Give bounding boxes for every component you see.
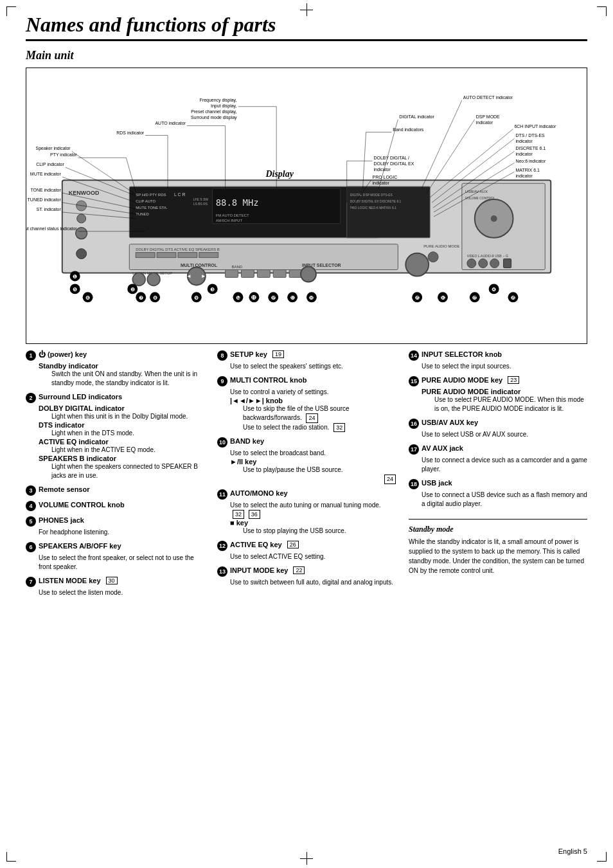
- desc-item-14: 14 INPUT SELECTOR knob Use to select the…: [409, 350, 587, 371]
- ref-15: 23: [508, 376, 519, 384]
- svg-text:indicator: indicator: [476, 120, 493, 125]
- title-8: SETUP key: [230, 350, 267, 358]
- desc-item-6: 6 SPEAKERS A/B/OFF key Use to select the…: [26, 542, 204, 572]
- svg-text:❼: ❼: [139, 295, 143, 301]
- title-4: VOLUME CONTROL knob: [39, 501, 125, 509]
- ref-11a: 32: [233, 510, 244, 520]
- subtitle-1a: Standby indicator: [39, 362, 204, 370]
- text-9a: Use to skip the file of the USB source b…: [243, 404, 396, 423]
- title-12: ACTIVE EQ key: [230, 541, 282, 548]
- device-diagram-svg: SP H/D PTY RDS CLIP AUTO MUTE TONE STA. …: [26, 68, 587, 343]
- svg-point-56: [132, 273, 145, 286]
- text-5: For headphone listening.: [39, 528, 204, 537]
- title-1: ⏻ (power) key: [39, 350, 87, 358]
- svg-text:Band indicators: Band indicators: [393, 127, 423, 132]
- svg-rect-54: [504, 259, 511, 268]
- text-10a: Use to play/pause the USB source.: [243, 466, 396, 475]
- svg-text:Display: Display: [265, 169, 294, 179]
- svg-text:❿: ❿: [236, 295, 240, 301]
- svg-text:PRO LOGIC  NEO-6  MATRIX 6.1: PRO LOGIC NEO-6 MATRIX 6.1: [350, 206, 396, 210]
- svg-text:❸: ❸: [210, 287, 215, 293]
- svg-text:⓲: ⓲: [511, 296, 515, 300]
- text-12: Use to select ACTIVE EQ setting.: [230, 552, 396, 561]
- svg-text:PTY indicator: PTY indicator: [50, 152, 77, 157]
- svg-text:|◄: |◄: [185, 273, 191, 279]
- svg-text:L  C  R: L C R: [174, 192, 186, 197]
- desc-item-8: 8 SETUP key 19 Use to select the speaker…: [217, 350, 396, 371]
- corner-mark-tl: [6, 6, 16, 16]
- circle-10: 10: [217, 437, 227, 448]
- svg-text:indicator: indicator: [515, 139, 533, 143]
- svg-text:DISCRETE 6.1: DISCRETE 6.1: [515, 146, 546, 150]
- circle-13: 13: [217, 566, 227, 577]
- text-10: Use to select the broadcast band.: [230, 449, 396, 458]
- svg-text:BAND: BAND: [232, 265, 243, 269]
- desc-col-1: 1 ⏻ (power) key Standby indicator Switch…: [26, 350, 204, 602]
- svg-text:DIGITAL  DSP MODE  DTS-ES: DIGITAL DSP MODE DTS-ES: [350, 194, 393, 197]
- svg-text:indicator: indicator: [373, 181, 390, 185]
- subtitle-15a: PURE AUDIO MODE indicator: [422, 388, 587, 395]
- circle-1: 1: [26, 350, 36, 361]
- svg-text:MUTE TONE STA.: MUTE TONE STA.: [136, 206, 168, 210]
- svg-point-51: [467, 259, 476, 268]
- svg-text:DTS / DTS-ES: DTS / DTS-ES: [515, 133, 545, 138]
- text-11: Use to select the auto tuning or manual …: [230, 501, 396, 520]
- svg-text:LS  BS  RS: LS BS RS: [193, 203, 208, 206]
- svg-text:CLIP  AUTO: CLIP AUTO: [136, 199, 155, 203]
- desc-item-18: 18 USB jack Use to connect a USB device …: [409, 479, 587, 509]
- ref-13: 22: [293, 566, 305, 574]
- text-14: Use to select the input sources.: [422, 362, 587, 371]
- circle-12: 12: [217, 541, 227, 551]
- text-2d: Light when the speakers connected to SPE…: [51, 462, 204, 480]
- circle-2: 2: [26, 393, 36, 403]
- svg-text:Input display,: Input display,: [211, 104, 237, 109]
- title-7: LISTEN MODE key: [39, 577, 101, 584]
- svg-text:88.8 MHz: 88.8 MHz: [216, 197, 259, 208]
- svg-rect-26: [178, 253, 197, 258]
- svg-text:❺: ❺: [73, 287, 77, 293]
- svg-text:⓱: ⓱: [472, 296, 477, 300]
- subtitle-11a: ■ key: [230, 519, 396, 527]
- svg-text:⓭: ⓭: [290, 296, 295, 300]
- svg-text:⓰: ⓰: [441, 296, 445, 300]
- crosshair-top: [300, 3, 313, 16]
- subtitle-2b: DTS indicator: [39, 421, 204, 429]
- svg-point-49: [491, 215, 497, 222]
- circle-11: 11: [217, 489, 227, 500]
- text-1: Switch the unit ON and standby. When the…: [51, 370, 204, 388]
- ref-9a1: 24: [306, 413, 317, 423]
- desc-col-2: 8 SETUP key 19 Use to select the speaker…: [217, 350, 396, 602]
- circle-3: 3: [26, 485, 36, 496]
- svg-text:MATRIX 6.1: MATRIX 6.1: [515, 168, 539, 172]
- standby-text: While the standby indicator is lit, a sm…: [409, 537, 587, 575]
- svg-text:DSP MODE: DSP MODE: [476, 114, 500, 119]
- svg-text:Frequency display,: Frequency display,: [200, 98, 237, 103]
- svg-text:❻: ❻: [85, 295, 90, 301]
- svg-text:ST. indicator: ST. indicator: [37, 207, 62, 212]
- title-16: USB/AV AUX key: [422, 419, 478, 426]
- circle-15: 15: [409, 376, 419, 386]
- page: Names and functions of parts Main unit S…: [0, 0, 613, 868]
- text-15: Use to select PURE AUDIO MODE. When this…: [434, 395, 587, 413]
- svg-text:LFE  S  SW: LFE S SW: [193, 198, 209, 201]
- desc-item-12: 12 ACTIVE EQ key 26 Use to select ACTIVE…: [217, 541, 396, 561]
- svg-text:DOLBY DIGITAL EX  DISCRETE 6.1: DOLBY DIGITAL EX DISCRETE 6.1: [350, 200, 402, 203]
- text-7: Use to select the listen mode.: [39, 588, 204, 597]
- text-2b: Light when in the DTS mode.: [51, 429, 204, 438]
- ref-8: 19: [272, 350, 284, 358]
- svg-rect-24: [136, 253, 155, 258]
- svg-text:DOLBY DIGITAL  DTS  ACTIVE EQ : DOLBY DIGITAL DTS ACTIVE EQ SPEAKERS B: [136, 248, 220, 251]
- desc-item-1: 1 ⏻ (power) key Standby indicator Switch…: [26, 350, 204, 388]
- svg-text:MULTI CONTROL: MULTI CONTROL: [181, 263, 218, 267]
- svg-text:PURE AUDIO MODE: PURE AUDIO MODE: [423, 244, 459, 248]
- svg-rect-25: [157, 253, 176, 258]
- desc-item-9: 9 MULTI CONTROL knob Use to control a va…: [217, 376, 396, 432]
- title-9: MULTI CONTROL knob: [230, 376, 306, 384]
- svg-text:Speaker indicator: Speaker indicator: [36, 146, 71, 151]
- subtitle-2c: ACTIVE EQ indicator: [39, 438, 204, 446]
- subtitle-9a: |◄◄/►►| knob: [230, 397, 396, 404]
- svg-rect-40: [289, 270, 302, 278]
- svg-text:TUNED: TUNED: [136, 212, 149, 216]
- title-18: USB jack: [422, 479, 452, 487]
- title-15: PURE AUDIO MODE key: [422, 376, 502, 384]
